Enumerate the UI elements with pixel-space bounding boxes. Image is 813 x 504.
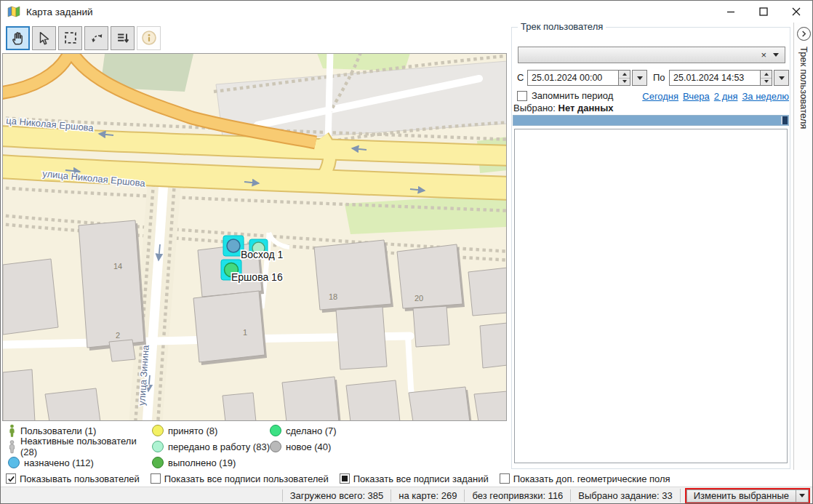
track-points-list[interactable]	[514, 129, 788, 463]
title-bar: Карта заданий	[1, 1, 812, 23]
checkbox-checked-icon	[6, 473, 16, 484]
selected-value: Нет данных	[558, 103, 614, 113]
legend-label: принято (8)	[168, 425, 217, 436]
status-on-map: на карте: 269	[391, 489, 464, 502]
status-selected-tasks: Выбрано задание: 33	[570, 489, 679, 502]
to-label: По	[653, 72, 665, 83]
panel-title: Трек пользователя	[518, 21, 606, 32]
legend-item: новое (40)	[270, 441, 440, 452]
minimize-button[interactable]	[714, 1, 747, 23]
selected-info: Выбрано: Нет данных	[513, 103, 614, 113]
side-tab-label: Трек пользователя	[798, 47, 809, 129]
from-date-dropdown[interactable]	[632, 70, 647, 86]
task-marker-label: Восход 1	[241, 249, 284, 260]
map-legend: Пользователи (1) Неактивные пользователи…	[4, 423, 440, 471]
polygon-select-button[interactable]	[84, 26, 108, 50]
rectangle-select-button[interactable]	[58, 26, 82, 50]
user-select-combobox[interactable]: ×	[518, 47, 785, 63]
display-options: Показывать пользователей Показать все по…	[1, 471, 813, 487]
from-date-value: 25.01.2024 00:00	[528, 71, 618, 85]
slider-thumb[interactable]	[781, 116, 788, 124]
clear-icon[interactable]: ×	[756, 50, 772, 60]
window-title: Карта заданий	[26, 7, 93, 17]
inactive-user-icon	[8, 440, 16, 454]
legend-item: назначено (112)	[8, 457, 152, 468]
map-canvas[interactable]: 14 2 1 18 20 ца Николая Ершова улица Ник…	[2, 53, 507, 421]
link-today[interactable]: Сегодня	[642, 91, 678, 102]
building-number: 2	[116, 331, 120, 340]
hand-icon	[12, 33, 21, 44]
info-button[interactable]	[137, 26, 161, 50]
checkbox-label: Показать все подписи пользователей	[164, 473, 329, 484]
checkbox-label: Показать все подписи заданий	[353, 473, 489, 484]
chevron-down-icon	[799, 494, 805, 497]
map-toolbar	[1, 23, 508, 53]
building-number: 20	[414, 294, 423, 303]
cursor-icon	[40, 33, 48, 44]
side-tab-user-track[interactable]: Трек пользователя	[793, 23, 813, 470]
chevron-down-icon	[779, 76, 785, 80]
remember-period-checkbox[interactable]: Запомнить период	[517, 90, 613, 101]
select-cursor-button[interactable]	[32, 26, 56, 50]
task-map-window: Карта заданий	[0, 0, 813, 504]
legend-label: новое (40)	[286, 441, 331, 452]
curved-arrows-icon	[93, 36, 100, 40]
to-date-value: 25.01.2024 14:53	[670, 71, 760, 85]
chevron-down-icon[interactable]	[772, 53, 785, 57]
building-number: 1	[243, 328, 247, 337]
status-bar: Загружено всего: 385 на карте: 269 без г…	[1, 487, 813, 504]
pan-hand-button[interactable]	[6, 26, 30, 50]
track-time-slider[interactable]	[513, 115, 789, 126]
status-circle-icon	[8, 457, 20, 468]
map-window-icon	[7, 5, 20, 18]
show-geometry-fields-checkbox[interactable]: Показать доп. геометрические поля	[500, 473, 670, 484]
checkbox-unchecked-icon	[151, 473, 161, 484]
to-date-dropdown[interactable]	[774, 70, 789, 86]
checkbox-unchecked-icon	[500, 473, 510, 484]
link-2-days[interactable]: 2 дня	[714, 91, 738, 102]
link-yesterday[interactable]: Вчера	[683, 91, 710, 102]
legend-item: передано в работу (83)	[152, 441, 270, 452]
edit-selected-button[interactable]: Изменить выбранные	[686, 489, 796, 503]
list-order-button[interactable]	[111, 26, 135, 50]
status-circle-icon	[270, 441, 281, 452]
status-no-geo: без геопривязки: 116	[464, 489, 570, 502]
status-total-loaded: Загружено всего: 385	[282, 489, 391, 502]
chevron-down-icon	[637, 76, 643, 80]
link-week[interactable]: За неделю	[742, 91, 789, 102]
close-button[interactable]	[780, 1, 812, 23]
period-options-row: Запомнить период Сегодня Вчера 2 дня За …	[512, 90, 791, 103]
legend-item: выполнено (19)	[152, 457, 270, 468]
from-date-field[interactable]: 25.01.2024 00:00	[527, 70, 630, 86]
status-separator	[680, 489, 681, 503]
task-marker[interactable]	[227, 239, 240, 252]
map-base	[3, 54, 507, 421]
list-lines-icon	[118, 34, 124, 40]
checkbox-label: Запомнить период	[532, 90, 613, 101]
legend-label: назначено (112)	[24, 457, 94, 468]
legend-label: выполнено (19)	[168, 457, 236, 468]
spin-down-icon	[622, 80, 627, 83]
show-task-labels-checkbox[interactable]: Показать все подписи заданий	[340, 473, 489, 484]
legend-label: сделано (7)	[286, 425, 337, 436]
to-date-field[interactable]: 25.01.2024 14:53	[669, 70, 772, 86]
period-row: С 25.01.2024 00:00 По 25.01.2024 14:53	[512, 70, 791, 86]
legend-item: сделано (7)	[270, 425, 440, 436]
quick-period-links: Сегодня Вчера 2 дня За неделю	[642, 91, 789, 102]
show-user-labels-checkbox[interactable]: Показать все подписи пользователей	[151, 473, 329, 484]
building-number: 14	[113, 262, 122, 271]
show-users-checkbox[interactable]: Показывать пользователей	[6, 473, 140, 484]
legend-item: принято (8)	[152, 425, 270, 436]
checkbox-unchecked-icon	[517, 91, 527, 101]
checkbox-label: Показывать пользователей	[20, 473, 140, 484]
spin-up-icon	[622, 73, 627, 76]
from-date-spinner[interactable]	[618, 71, 630, 85]
user-track-panel: Трек пользователя × С 25.01.2024 00:00 П…	[511, 27, 790, 469]
legend-label: Пользователи (1)	[20, 425, 96, 436]
edit-selected-dropdown[interactable]	[796, 489, 809, 503]
expand-arrow-icon[interactable]	[797, 27, 811, 41]
maximize-button[interactable]	[747, 1, 780, 23]
to-date-spinner[interactable]	[760, 71, 772, 85]
spin-up-icon	[764, 73, 769, 76]
status-circle-icon	[152, 425, 164, 436]
